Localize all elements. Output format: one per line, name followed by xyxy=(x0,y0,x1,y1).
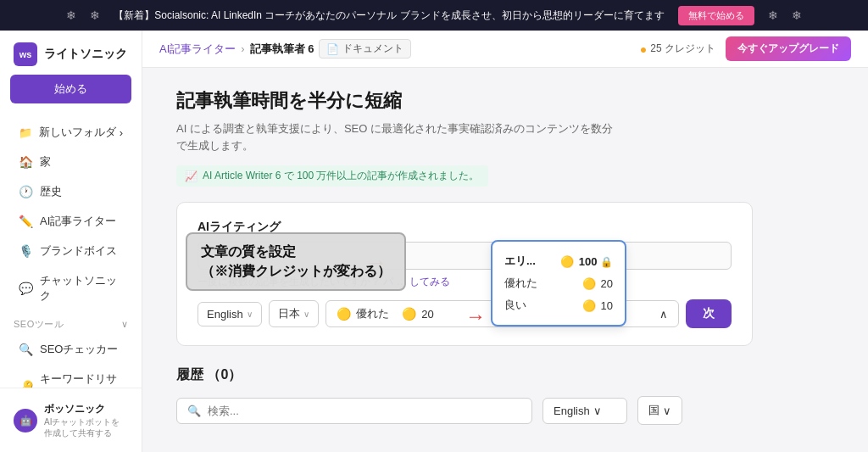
quality-option-good[interactable]: 良い 🟡 10 xyxy=(504,294,613,316)
history-section: 履歴 （0） 🔍 English ∨ 国 ∨ xyxy=(176,366,834,425)
chevron-up-icon: ∧ xyxy=(659,308,668,321)
sidebar-item-ai-article[interactable]: ✏️ AI記事ライター xyxy=(5,207,136,236)
seo-section-label: SEOツール ∨ xyxy=(0,311,142,334)
sidebar-item-label: ブランドボイス xyxy=(40,243,117,259)
chat-icon: 💬 xyxy=(19,282,33,295)
doc-tag: 📄 ドキュメント xyxy=(319,39,411,59)
search-bar-row: 🔍 English ∨ 国 ∨ xyxy=(176,396,834,425)
sidebar-logo: ws ライトソニック xyxy=(0,31,142,75)
sidebar-nav: 📁 新しいフォルダ › 🏠 家 🕐 歴史 ✏️ AI記事ライター 🎙️ ブランド… xyxy=(0,114,142,388)
history-title: 履歴 （0） xyxy=(176,366,834,384)
sidebar-item-chat-sonic[interactable]: 💬 チャットソニック xyxy=(5,266,136,310)
bot-info: ボッソニック AIチャットボットを作成して共有する xyxy=(44,402,128,438)
key-icon: 🔑 xyxy=(19,380,33,388)
annotation-text: 文章の質を設定（※消費クレジットが変わる） xyxy=(201,244,391,277)
page-title: 記事執筆時間を半分に短縮 xyxy=(176,88,834,114)
sidebar-item-label: 家 xyxy=(40,154,51,170)
chevron-down-icon: ∨ xyxy=(303,310,309,319)
form-area: → AIライティング 一度に複数の記事を生成したいですか？ パ … してみる E… xyxy=(176,202,753,346)
header-actions: ● 25 クレジット 今すぐアップグレード xyxy=(640,36,851,61)
sidebar-item-brand-voice[interactable]: 🎙️ ブランドボイス xyxy=(5,237,136,265)
app-layout: ws ライトソニック 始める 📁 新しいフォルダ › 🏠 家 🕐 歴史 xyxy=(0,31,868,452)
sidebar-item-label: チャットソニック xyxy=(40,273,123,304)
folder-icon: 📁 xyxy=(19,126,32,139)
language-select[interactable]: English ∨ xyxy=(198,302,262,326)
quality-option-excellent[interactable]: 優れた 🟡 20 xyxy=(504,272,613,294)
chart-up-icon: 📈 xyxy=(185,170,198,182)
annotation-box: 文章の質を設定（※消費クレジットが変わる） xyxy=(186,232,406,291)
quality-option-elite[interactable]: エリ... 🟡 100 🔒 xyxy=(504,250,613,272)
clock-icon: 🕐 xyxy=(19,185,33,198)
bot-name: ボッソニック xyxy=(44,402,128,416)
search-input-wrap: 🔍 xyxy=(176,398,532,424)
quality-left: 🟡 優れた 🟡 20 xyxy=(337,306,434,321)
page-body: 記事執筆時間を半分に短縮 AI による調査と執筆支援により、SEO に最適化され… xyxy=(142,68,868,452)
batch-link2[interactable]: してみる xyxy=(409,276,450,287)
home-icon: 🏠 xyxy=(19,155,33,169)
upgrade-button[interactable]: 今すぐアップグレード xyxy=(726,36,851,61)
main-content: AI記事ライター › 記事執筆者 6 📄 ドキュメント ● 25 クレジット 今… xyxy=(142,31,868,452)
sidebar-item-label: キーワードリサーチ xyxy=(40,371,123,388)
chevron-down-icon: ∨ xyxy=(247,310,253,319)
doc-icon: 📄 xyxy=(326,43,339,55)
bot-avatar: 🤖 xyxy=(14,409,37,432)
coin-icon: 🟡 xyxy=(337,307,351,321)
breadcrumb: AI記事ライター › 記事執筆者 6 📄 ドキュメント xyxy=(159,39,411,59)
sidebar-start-button[interactable]: 始める xyxy=(10,75,131,103)
credits-dot-icon: ● xyxy=(640,42,647,56)
chevron-right-icon: › xyxy=(120,126,123,139)
quality-dropdown-popup: エリ... 🟡 100 🔒 優れた 🟡 20 xyxy=(491,240,626,326)
edit-icon: ✏️ xyxy=(19,215,33,228)
sidebar-item-label: 歴史 xyxy=(40,184,62,199)
country-select-label: 日本 xyxy=(278,306,300,321)
lang-filter-label: English xyxy=(554,405,590,417)
selectors-row: English ∨ 日本 ∨ 🟡 優れた 🟡 20 xyxy=(198,299,732,328)
breadcrumb-current: 記事執筆者 6 xyxy=(250,42,314,57)
sidebar-item-history[interactable]: 🕐 歴史 xyxy=(5,177,136,206)
header-bar: AI記事ライター › 記事執筆者 6 📄 ドキュメント ● 25 クレジット 今… xyxy=(142,31,868,68)
sidebar-item-label: SEOチェッカー xyxy=(40,342,118,357)
logo-text: ライトソニック xyxy=(44,47,127,62)
lang-filter-select[interactable]: English ∨ xyxy=(542,398,627,424)
coin-icon2: 🟡 xyxy=(402,307,416,321)
sidebar-item-label: 新しいフォルダ xyxy=(39,125,116,140)
search-icon: 🔍 xyxy=(187,405,201,417)
quality-label: 優れた xyxy=(356,306,389,321)
credits-badge: ● 25 クレジット xyxy=(640,42,715,56)
search-input[interactable] xyxy=(208,405,521,417)
breadcrumb-parent[interactable]: AI記事ライター xyxy=(159,42,236,57)
bot-desc: AIチャットボットを作成して共有する xyxy=(44,416,128,438)
sidebar-item-label: AI記事ライター xyxy=(40,214,116,229)
lock-icon: 🔒 xyxy=(600,256,613,268)
sidebar-bot-item[interactable]: 🤖 ボッソニック AIチャットボットを作成して共有する xyxy=(7,395,135,445)
quality-coins: 20 xyxy=(421,308,433,321)
sidebar-bottom: 🤖 ボッソニック AIチャットボットを作成して共有する xyxy=(0,388,142,452)
chevron-down-icon: ∨ xyxy=(593,405,602,417)
country-filter-select[interactable]: 国 ∨ xyxy=(637,396,682,425)
arrow-indicator-2: → xyxy=(465,304,486,328)
credits-label: 25 クレジット xyxy=(650,42,715,56)
logo-icon: ws xyxy=(14,42,37,66)
search-icon: 🔍 xyxy=(19,343,33,356)
lang-select-label: English xyxy=(207,308,243,321)
country-select[interactable]: 日本 ∨ xyxy=(269,300,319,327)
top-banner: ❄ ❄ 【新着】Socialsonic: AI LinkedIn コーチがあなた… xyxy=(0,0,868,31)
banner-text: 【新着】Socialsonic: AI LinkedIn コーチがあなたのパーソ… xyxy=(114,8,664,23)
page-subtitle: AI による調査と執筆支援により、SEO に最適化された事実確認済みのコンテンツ… xyxy=(176,120,617,153)
sidebar: ws ライトソニック 始める 📁 新しいフォルダ › 🏠 家 🕐 歴史 xyxy=(0,31,142,452)
article-count-badge: 📈 AI Article Writer 6 で 100 万件以上の記事が作成され… xyxy=(176,165,488,187)
mic-icon: 🎙️ xyxy=(19,244,33,258)
breadcrumb-arrow: › xyxy=(241,42,244,55)
sidebar-item-new-folder[interactable]: 📁 新しいフォルダ › xyxy=(5,118,136,147)
country-filter-label: 国 xyxy=(648,403,659,418)
next-button[interactable]: 次 xyxy=(686,299,732,328)
sidebar-item-seo-checker[interactable]: 🔍 SEOチェッカー xyxy=(5,335,136,364)
sidebar-item-home[interactable]: 🏠 家 xyxy=(5,148,136,176)
sidebar-item-keyword-research[interactable]: 🔑 キーワードリサーチ xyxy=(5,365,136,388)
chevron-down-icon: ∨ xyxy=(663,405,671,417)
chevron-down-icon: ∨ xyxy=(121,319,129,330)
banner-free-btn[interactable]: 無料で始める xyxy=(678,6,754,25)
